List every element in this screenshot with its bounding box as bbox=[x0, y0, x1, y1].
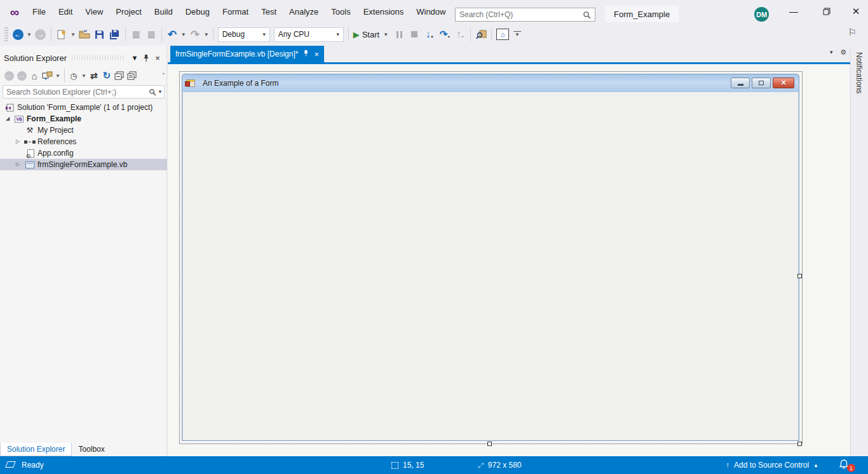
tree-row-solution[interactable]: Solution 'Form_Example' (1 of 1 project) bbox=[0, 102, 167, 113]
solution-explorer-toolbar: ← → ⌂ ▼ ◷ ▼ ⇄ ↻ ” bbox=[0, 67, 167, 84]
panel-close-icon[interactable]: × bbox=[152, 52, 163, 64]
menu-build[interactable]: Build bbox=[149, 4, 179, 19]
menu-format[interactable]: Format bbox=[217, 4, 254, 19]
panel-options-caret[interactable]: ▼ bbox=[129, 52, 140, 64]
save-button[interactable] bbox=[92, 26, 107, 43]
solution-explorer-header[interactable]: Solution Explorer ▼ × bbox=[0, 51, 167, 65]
find-in-files-button[interactable] bbox=[473, 26, 489, 43]
se-back-button[interactable]: ← bbox=[3, 69, 15, 83]
redo-icon: ↷ bbox=[191, 28, 200, 41]
resize-handle-bottom[interactable] bbox=[487, 442, 492, 446]
forms-designer-surface[interactable]: An Example of a Form ✕ bbox=[168, 64, 850, 456]
collapse-all-button[interactable] bbox=[113, 69, 126, 83]
decrease-indent-button[interactable]: ≣ bbox=[128, 26, 144, 43]
tree-row-form-file[interactable]: ▷ frmSingleFormExample.vb bbox=[0, 159, 167, 170]
menu-project[interactable]: Project bbox=[110, 4, 147, 19]
pending-changes-filter-button[interactable]: ◷ bbox=[67, 69, 80, 83]
tab-pin-icon[interactable] bbox=[303, 50, 309, 58]
designed-form-client-area[interactable] bbox=[184, 92, 797, 440]
stop-button[interactable] bbox=[407, 26, 422, 43]
switch-views-icon bbox=[42, 71, 53, 80]
undo-button[interactable]: ↶ bbox=[165, 26, 180, 43]
window-minimize-button[interactable]: — bbox=[783, 4, 804, 19]
add-to-source-control-button[interactable]: ↑ Add to Source Control ▲ bbox=[726, 461, 818, 470]
form-close-button[interactable]: ✕ bbox=[773, 78, 794, 88]
tree-row-my-project[interactable]: ⚒ My Project bbox=[0, 125, 167, 136]
new-file-button[interactable] bbox=[54, 26, 69, 43]
tab-solution-explorer[interactable]: Solution Explorer bbox=[0, 443, 72, 456]
redo-dropdown-caret[interactable]: ▼ bbox=[203, 32, 210, 37]
menu-analyze[interactable]: Analyze bbox=[283, 4, 324, 19]
back-arrow-icon: ← bbox=[4, 71, 14, 81]
menu-test[interactable]: Test bbox=[255, 4, 282, 19]
solution-explorer-search-box[interactable]: ▼ bbox=[3, 85, 165, 98]
solution-platform-combobox[interactable]: Any CPU ▼ bbox=[274, 27, 344, 42]
se-forward-button[interactable]: → bbox=[15, 69, 28, 83]
switch-views-button[interactable] bbox=[41, 69, 54, 83]
menu-file[interactable]: File bbox=[27, 4, 51, 19]
ready-flag-icon bbox=[5, 461, 16, 468]
window-restore-button[interactable] bbox=[816, 4, 837, 19]
start-debugging-button[interactable]: ▶ Start ▼ bbox=[351, 26, 391, 43]
sync-with-active-document-button[interactable]: ⇄ bbox=[88, 69, 100, 83]
send-feedback-icon[interactable]: ⚐ bbox=[848, 27, 857, 38]
toolbar-grip[interactable] bbox=[4, 27, 8, 41]
notifications-tab[interactable]: Notifications bbox=[855, 52, 864, 93]
new-file-dropdown-caret[interactable]: ▼ bbox=[69, 32, 77, 37]
solution-explorer-home-button[interactable]: ⌂ bbox=[494, 26, 511, 43]
resize-handle-right[interactable] bbox=[797, 274, 802, 278]
pin-icon[interactable] bbox=[140, 52, 152, 64]
window-close-button[interactable]: ✕ bbox=[845, 4, 867, 19]
user-avatar[interactable]: DM bbox=[754, 7, 769, 22]
quick-search-input[interactable] bbox=[456, 10, 583, 19]
designed-form[interactable]: An Example of a Form ✕ bbox=[182, 74, 799, 441]
filter-caret[interactable]: ▼ bbox=[80, 73, 88, 79]
tree-row-references[interactable]: ▷ References bbox=[0, 136, 167, 147]
undo-dropdown-caret[interactable]: ▼ bbox=[180, 32, 187, 37]
redo-button[interactable]: ↷ bbox=[187, 26, 203, 43]
search-options-caret[interactable]: ▼ bbox=[156, 89, 164, 95]
gear-icon[interactable]: ⚙ bbox=[840, 48, 846, 57]
designed-form-title-bar[interactable]: An Example of a Form bbox=[182, 74, 799, 92]
menu-extensions[interactable]: Extensions bbox=[358, 4, 410, 19]
collapsed-arrow-icon[interactable]: ▷ bbox=[16, 139, 20, 144]
panel-drag-texture[interactable] bbox=[72, 55, 124, 60]
menu-window[interactable]: Window bbox=[410, 4, 451, 19]
home-icon: ⌂ bbox=[31, 71, 37, 81]
menu-view[interactable]: View bbox=[79, 4, 109, 19]
navigate-back-button[interactable]: ← bbox=[10, 26, 25, 43]
increase-indent-button[interactable]: ≣ bbox=[144, 26, 159, 43]
tree-row-label: frmSingleFormExample.vb bbox=[37, 160, 127, 169]
preview-selected-items-button[interactable] bbox=[126, 69, 139, 83]
step-over-button[interactable]: ↷. bbox=[437, 26, 452, 43]
save-all-button[interactable] bbox=[107, 26, 123, 43]
tab-close-icon[interactable]: × bbox=[314, 50, 319, 59]
solution-explorer-search-input[interactable] bbox=[3, 88, 149, 97]
se-home-button[interactable]: ⌂ bbox=[28, 69, 41, 83]
open-file-button[interactable] bbox=[77, 26, 92, 43]
menu-debug[interactable]: Debug bbox=[180, 4, 215, 19]
se-toolbar-overflow[interactable]: ” bbox=[163, 72, 165, 79]
pause-button[interactable] bbox=[391, 26, 407, 43]
collapsed-arrow-icon[interactable]: ▷ bbox=[16, 161, 20, 167]
back-dropdown-caret[interactable]: ▼ bbox=[25, 32, 33, 37]
refresh-button[interactable]: ↻ bbox=[100, 69, 113, 83]
tree-row-app-config[interactable]: App.config bbox=[0, 147, 167, 159]
form-maximize-button[interactable] bbox=[752, 78, 771, 88]
step-out-button[interactable]: ↑. bbox=[452, 26, 468, 43]
form-minimize-button[interactable] bbox=[731, 78, 750, 88]
tab-toolbox[interactable]: Toolbox bbox=[72, 443, 111, 456]
step-into-button[interactable]: ↓. bbox=[422, 26, 437, 43]
expanded-arrow-icon[interactable]: ◢ bbox=[6, 116, 10, 121]
menu-tools[interactable]: Tools bbox=[325, 4, 356, 19]
toolbar-overflow-caret[interactable]: ▼ bbox=[513, 31, 521, 37]
quick-search-box[interactable] bbox=[455, 8, 595, 22]
solution-configuration-combobox[interactable]: Debug ▼ bbox=[218, 27, 270, 42]
resize-handle-bottom-right[interactable] bbox=[797, 442, 802, 446]
tab-frm-single-form-example[interactable]: frmSingleFormExample.vb [Design]* × bbox=[170, 46, 324, 62]
document-list-caret[interactable]: ▼ bbox=[829, 50, 834, 55]
tree-row-project[interactable]: ◢ VB Form_Example bbox=[0, 113, 167, 125]
switch-views-caret[interactable]: ▼ bbox=[54, 73, 62, 79]
menu-edit[interactable]: Edit bbox=[53, 4, 78, 19]
navigate-forward-button[interactable]: → bbox=[33, 26, 48, 43]
